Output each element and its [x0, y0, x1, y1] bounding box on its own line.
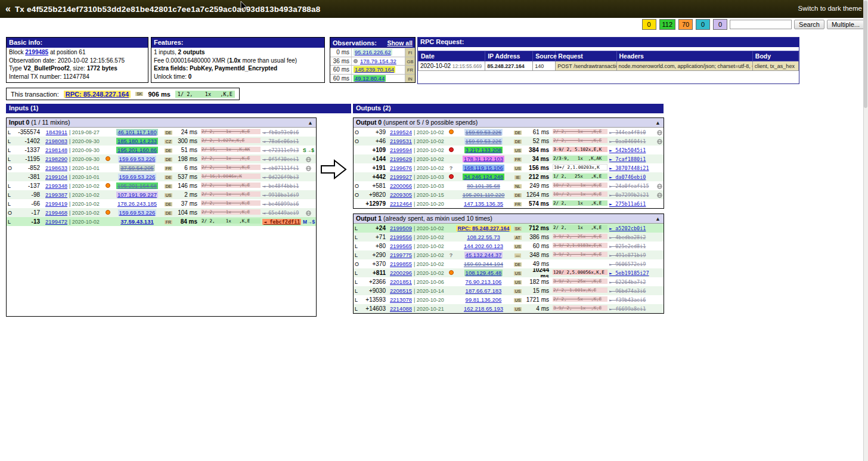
peer-ip-link[interactable]: 159.69.53.226 [118, 156, 157, 162]
block-link[interactable]: 2212464 [390, 200, 412, 207]
peer-ip-link[interactable]: 45.132.244.37 [464, 252, 503, 258]
peer-ip-link[interactable]: 159.69.53.226 [118, 174, 157, 180]
block-link[interactable]: 2198633 [45, 165, 67, 171]
block-link[interactable]: 2199629 [390, 156, 412, 162]
block-link[interactable]: 2199468 [45, 209, 67, 216]
peer-ip-link[interactable]: 107.191.99.227 [116, 191, 158, 198]
peer-ip-link[interactable]: 76.90.213.106 [464, 279, 503, 285]
keyimage-link[interactable]: ► 9606572ei9 [609, 261, 646, 267]
keyimage-link[interactable]: ► da0746ebi0 [609, 174, 646, 180]
block-link[interactable]: 2199524 [390, 129, 412, 135]
globe-icon[interactable] [306, 209, 311, 215]
peer-ip-link[interactable]: 159.69.244.194 [463, 261, 504, 267]
peer-ip-link[interactable]: 95.216.226.62 [354, 49, 392, 55]
keyimage-link[interactable]: ► a5202cb0i1 [609, 225, 646, 231]
scrollbar[interactable] [863, 0, 868, 461]
keyimage-link[interactable]: ► 4bedba28i2 [609, 234, 646, 240]
keyimage-link[interactable]: ◄ fb0a93e0i6 [262, 129, 299, 135]
counter-badge[interactable]: 0 [642, 19, 656, 30]
multiple-button[interactable]: Multiple... [827, 20, 864, 29]
peer-ip-link[interactable]: 178.31.122.103 [463, 156, 504, 162]
peer-ip-link[interactable]: 187.66.67.183 [464, 287, 503, 294]
block-link[interactable]: 2201851 [390, 279, 412, 285]
keyimage-link[interactable]: ◄ be48f4bbi1 [262, 183, 299, 189]
rpc-ip-link[interactable]: RPC: 85.248.227.164 [64, 91, 131, 98]
block-link[interactable]: 2199676 [390, 165, 412, 171]
peer-ip-link[interactable]: 162.218.65.193 [463, 305, 504, 312]
keyimage-link[interactable]: ◄ febcf2dfi1 [262, 219, 301, 225]
keyimage-link[interactable]: ◄ 78a6c06ai1 [262, 138, 299, 144]
peer-ip-link[interactable]: 80.101.35.68 [466, 182, 501, 189]
block-link[interactable]: 2199927 [390, 174, 412, 180]
globe-icon[interactable] [657, 182, 662, 188]
keyimage-link[interactable]: ► 0a7299b2i21 [609, 192, 649, 198]
keyimage-link[interactable]: ► 62264ba7i2 [609, 279, 646, 285]
exchange-badge[interactable]: M→$ [303, 219, 315, 225]
globe-icon[interactable] [657, 191, 662, 197]
globe-icon[interactable] [306, 165, 311, 171]
block-link[interactable]: 2200296 [390, 270, 412, 276]
keyimage-link[interactable]: ◄ eb07111fi1 [262, 165, 299, 171]
peer-ip-link[interactable]: 99.81.136.206 [464, 296, 503, 303]
keyimage-link[interactable]: ◄ 9910ba1di9 [262, 192, 299, 198]
block-link[interactable]: 2214088 [390, 305, 412, 312]
keyimage-link[interactable]: ► 7caf1880i1 [609, 156, 646, 162]
search-input[interactable] [730, 20, 792, 29]
peer-ip-link[interactable]: 178.26.243.185 [116, 200, 158, 207]
counter-badge[interactable]: 0 [713, 19, 727, 30]
counter-badge[interactable]: 70 [678, 19, 693, 30]
keyimage-link[interactable]: ► 491e871bi9 [609, 252, 646, 258]
back-icon[interactable]: « [5, 4, 11, 14]
block-link[interactable]: 2199775 [390, 252, 412, 258]
block-link[interactable]: 2199348 [45, 182, 67, 189]
keyimage-link[interactable]: ► f39b43aei6 [609, 297, 646, 303]
keyimage-link[interactable]: ► 24a0feafi15 [609, 183, 649, 189]
collapse-toggle[interactable]: ▲ [308, 119, 313, 128]
block-link[interactable]: 2199104 [45, 174, 67, 180]
peer-ip-link[interactable]: 195.201.110.220 [461, 191, 506, 198]
block-link[interactable]: 2208515 [390, 287, 412, 294]
block-link[interactable]: 2209305 [390, 191, 412, 198]
block-link[interactable]: 2199485 [25, 49, 48, 55]
keyimage-link[interactable]: ► 0aa04604i1 [609, 138, 646, 144]
scrollbar-thumb[interactable] [864, 1, 867, 108]
peer-ip-link[interactable]: 3.217.133.208 [464, 147, 503, 153]
peer-ip-link[interactable]: 145.239.70.164 [354, 66, 395, 73]
keyimage-link[interactable]: ◄ 65e449aei9 [262, 210, 299, 216]
block-link[interactable]: 2199565 [390, 243, 412, 249]
block-link[interactable]: 2200066 [390, 182, 412, 189]
block-link[interactable]: 2199594 [390, 147, 412, 153]
block-link[interactable]: 2199556 [390, 234, 412, 240]
block-link[interactable]: 2199531 [390, 138, 412, 144]
globe-icon[interactable] [306, 156, 311, 162]
keyimage-link[interactable]: ► 025e2cd8i1 [609, 243, 646, 249]
peer-ip-link[interactable]: 147.135.136.35 [463, 200, 504, 207]
peer-ip-link[interactable]: 195.201.164.68 [116, 182, 158, 189]
block-link[interactable]: 2199387 [45, 191, 67, 198]
peer-ip-link[interactable]: 185.180.14.233 [116, 138, 158, 144]
keyimage-link[interactable]: ◄ e72311c9i3 [262, 147, 299, 153]
block-link[interactable]: 2213078 [390, 296, 412, 303]
peer-ip-link[interactable]: 108.129.45.48 [464, 270, 503, 276]
counter-badge[interactable]: 112 [659, 19, 676, 30]
peer-ip-link[interactable]: 159.69.53.226 [118, 209, 157, 216]
keyimage-link[interactable]: ◄ 0f5f30eei1 [262, 156, 299, 162]
keyimage-link[interactable]: ► 344ca4f8i0 [609, 129, 646, 135]
search-button[interactable]: Search [794, 20, 824, 29]
peer-ip-link[interactable]: 37.59.43.131 [119, 218, 154, 225]
keyimage-link[interactable]: ◄ 0d226f9bi3 [262, 174, 299, 180]
keyimage-link[interactable]: ► f6699a8ei1 [609, 306, 646, 312]
block-link[interactable]: 2199509 [390, 225, 412, 231]
block-link[interactable]: 2198148 [45, 147, 67, 153]
peer-ip-link[interactable]: 178.79.154.32 [359, 58, 398, 64]
peer-ip-link[interactable]: 159.69.53.226 [464, 129, 503, 135]
block-link[interactable]: 2199855 [390, 261, 412, 267]
exchange-badge[interactable]: S→$ [303, 147, 314, 153]
peer-ip-link[interactable]: 37.59.54.205 [119, 165, 154, 171]
keyimage-link[interactable]: ► 275b11a6i1 [609, 201, 646, 207]
keyimage-link[interactable]: ◄ be46099ai6 [262, 201, 299, 207]
keyimage-link[interactable]: ► 96bd74a3i6 [609, 288, 646, 294]
peer-ip-link[interactable]: 46.101.117.180 [116, 129, 157, 135]
show-all-link[interactable]: Show all [387, 39, 413, 47]
peer-ip-link[interactable]: RPC: 85.248.227.164 [456, 225, 510, 231]
